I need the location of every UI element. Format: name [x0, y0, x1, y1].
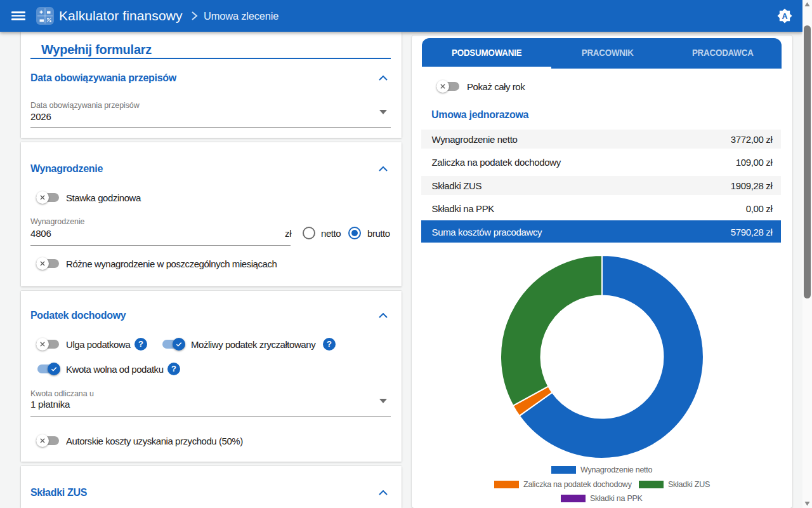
svg-text:A: A: [782, 12, 787, 21]
